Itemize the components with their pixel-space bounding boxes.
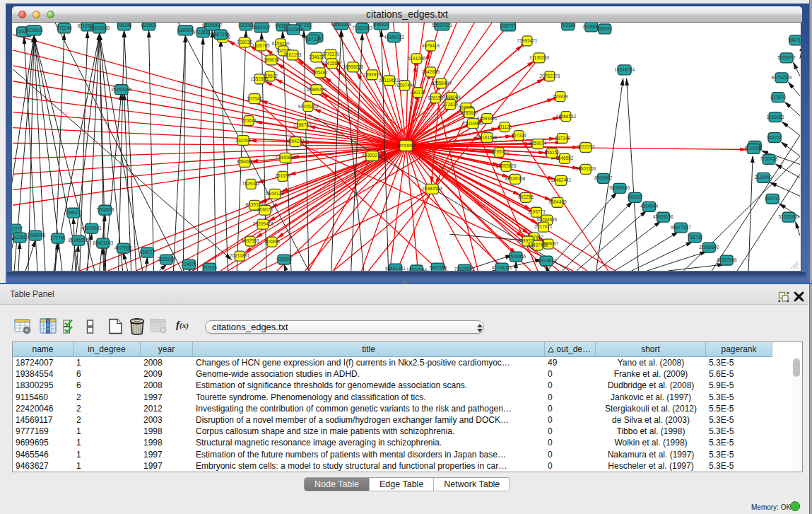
svg-text:21003626: 21003626: [496, 163, 517, 168]
svg-text:5004485: 5004485: [548, 199, 567, 204]
svg-text:872246: 872246: [57, 25, 72, 30]
svg-text:3646552: 3646552: [555, 156, 574, 160]
svg-text:526156: 526156: [428, 95, 444, 100]
svg-text:198246: 198246: [117, 23, 132, 28]
svg-text:358607: 358607: [66, 210, 81, 215]
svg-text:20752378: 20752378: [540, 74, 560, 78]
svg-text:66306997: 66306997: [202, 23, 223, 28]
svg-text:29053346: 29053346: [111, 87, 131, 92]
svg-text:2217071: 2217071: [534, 224, 553, 229]
svg-text:392004: 392004: [235, 138, 251, 143]
svg-text:3222252: 3222252: [577, 144, 595, 149]
svg-text:66661351: 66661351: [385, 266, 406, 271]
svg-text:49349722: 49349722: [384, 35, 404, 40]
svg-text:31130263: 31130263: [529, 55, 550, 60]
svg-text:694731: 694731: [765, 196, 780, 201]
svg-text:738720: 738720: [688, 235, 703, 240]
svg-text:201639: 201639: [275, 173, 290, 178]
svg-text:6692553: 6692553: [242, 238, 260, 243]
svg-text:4679591: 4679591: [114, 245, 133, 250]
svg-text:6159230: 6159230: [271, 41, 290, 46]
svg-text:8219358: 8219358: [745, 146, 763, 151]
svg-text:4594297: 4594297: [286, 139, 305, 144]
svg-text:82556484: 82556484: [431, 81, 452, 86]
svg-text:45264581: 45264581: [81, 226, 102, 230]
svg-text:5108603: 5108603: [25, 28, 43, 33]
svg-text:7357224: 7357224: [303, 37, 322, 42]
svg-text:58537831: 58537831: [432, 23, 452, 28]
svg-text:697347: 697347: [555, 136, 570, 141]
svg-text:688508: 688508: [178, 28, 194, 33]
svg-text:84437458: 84437458: [528, 243, 548, 247]
svg-text:2161193: 2161193: [284, 52, 302, 57]
svg-text:107540: 107540: [247, 96, 262, 101]
svg-text:5528972: 5528972: [777, 55, 796, 60]
svg-text:634277: 634277: [140, 250, 155, 255]
svg-text:3770370: 3770370: [322, 52, 340, 57]
svg-text:707314: 707314: [511, 133, 526, 138]
svg-text:7829332: 7829332: [242, 181, 261, 186]
svg-text:60119651: 60119651: [379, 78, 399, 83]
svg-text:85345555: 85345555: [68, 238, 88, 243]
svg-text:32969840: 32969840: [699, 245, 719, 250]
svg-text:6944126: 6944126: [266, 191, 284, 196]
svg-text:71662963: 71662963: [352, 25, 372, 30]
svg-text:42857966: 42857966: [717, 257, 737, 262]
svg-text:52462441: 52462441: [551, 177, 571, 182]
svg-text:88339168: 88339168: [505, 176, 526, 181]
svg-text:43744231: 43744231: [492, 265, 512, 270]
svg-text:7730428: 7730428: [760, 156, 778, 161]
svg-text:858490: 858490: [237, 159, 252, 164]
svg-text:16033809: 16033809: [283, 27, 304, 32]
svg-text:488162: 488162: [628, 194, 643, 199]
svg-text:300896: 300896: [264, 239, 280, 244]
svg-text:3195773: 3195773: [527, 209, 546, 214]
svg-text:5785687: 5785687: [461, 110, 479, 115]
svg-text:25374874: 25374874: [536, 258, 557, 263]
svg-text:16648784: 16648784: [614, 67, 635, 72]
svg-text:18181586: 18181586: [477, 135, 498, 140]
svg-text:170674: 170674: [241, 118, 257, 123]
svg-text:23209423: 23209423: [253, 221, 273, 226]
svg-text:7402509: 7402509: [429, 265, 447, 270]
svg-text:5661907: 5661907: [252, 25, 271, 30]
svg-text:272634: 272634: [443, 102, 459, 107]
svg-text:2642635: 2642635: [422, 69, 440, 74]
svg-text:94705205: 94705205: [298, 104, 319, 109]
svg-text:8606962: 8606962: [594, 175, 613, 180]
svg-text:2525206: 2525206: [158, 257, 176, 262]
svg-text:802258: 802258: [518, 194, 534, 199]
svg-text:2188789: 2188789: [293, 122, 312, 127]
svg-text:817870: 817870: [770, 95, 786, 100]
svg-text:356150: 356150: [544, 150, 560, 155]
svg-text:411120: 411120: [498, 124, 512, 129]
svg-text:50264926: 50264926: [537, 217, 558, 222]
svg-text:1938483: 1938483: [766, 115, 784, 119]
svg-text:15300273: 15300273: [362, 153, 382, 158]
svg-text:5191056: 5191056: [408, 56, 426, 61]
svg-text:58966946: 58966946: [609, 185, 630, 190]
svg-text:930555: 930555: [276, 257, 292, 262]
svg-text:36998038: 36998038: [343, 64, 363, 69]
svg-text:584714: 584714: [788, 37, 801, 42]
svg-text:793384: 793384: [560, 23, 576, 28]
svg-text:91415657: 91415657: [322, 61, 342, 66]
svg-text:72820592: 72820592: [454, 267, 475, 271]
svg-text:806073: 806073: [257, 207, 273, 212]
svg-text:723939: 723939: [553, 94, 568, 99]
svg-text:71586053: 71586053: [25, 233, 46, 238]
svg-text:629903: 629903: [141, 23, 157, 28]
svg-text:7700828: 7700828: [96, 207, 114, 212]
svg-text:41568532: 41568532: [555, 114, 576, 119]
svg-text:4078418: 4078418: [422, 43, 440, 48]
svg-text:89795010: 89795010: [489, 149, 510, 154]
svg-text:838797: 838797: [500, 23, 516, 28]
svg-text:728038: 728038: [237, 40, 252, 45]
svg-text:70211891: 70211891: [230, 253, 250, 258]
svg-text:52235350: 52235350: [779, 214, 799, 219]
svg-text:40885476: 40885476: [306, 87, 326, 92]
svg-text:377746: 377746: [50, 235, 66, 240]
svg-text:498591: 498591: [597, 26, 613, 31]
svg-text:189814: 189814: [264, 57, 279, 62]
svg-text:5667265: 5667265: [212, 32, 230, 37]
